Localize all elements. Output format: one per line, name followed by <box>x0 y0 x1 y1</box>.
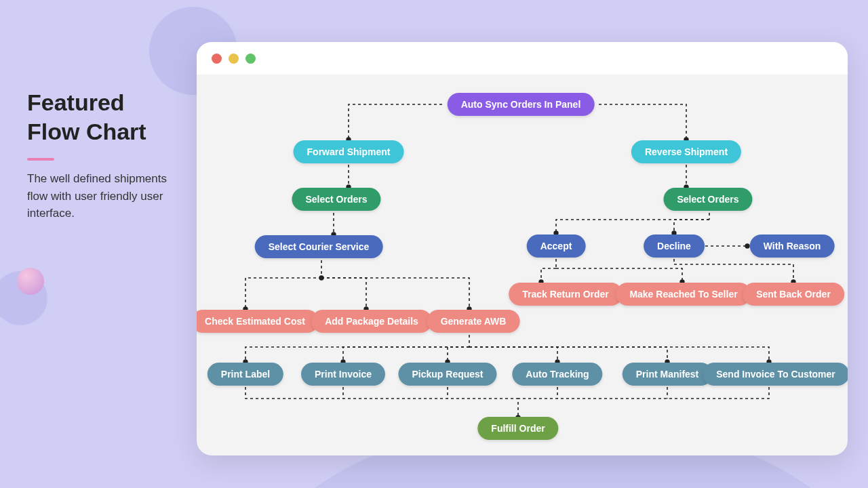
node-print-invoice: Print Invoice <box>301 363 385 386</box>
node-forward-shipment: Forward Shipment <box>294 140 404 163</box>
node-auto-sync: Auto Sync Orders In Panel <box>448 93 595 116</box>
node-send-invoice: Send Invoice To Customer <box>703 363 848 386</box>
node-select-courier: Select Courier Service <box>255 235 383 258</box>
flowchart-window: Auto Sync Orders In Panel Forward Shipme… <box>197 42 848 455</box>
node-accept: Accept <box>527 235 586 258</box>
node-print-manifest: Print Manifest <box>623 363 713 386</box>
node-select-orders-forward: Select Orders <box>292 188 380 211</box>
node-select-orders-reverse: Select Orders <box>663 188 752 211</box>
node-sent-back: Sent Back Order <box>743 283 844 306</box>
node-fulfill-order: Fulfill Order <box>477 417 558 440</box>
title-line-2: Flow Chart <box>27 119 146 144</box>
close-icon[interactable] <box>212 54 222 64</box>
node-auto-tracking: Auto Tracking <box>512 363 602 386</box>
page-description: The well defined shipments flow with use… <box>27 170 170 222</box>
maximize-icon[interactable] <box>245 54 256 64</box>
flowchart-connectors <box>197 75 848 455</box>
page-title: Featured Flow Chart <box>27 88 170 146</box>
window-titlebar <box>197 42 848 75</box>
node-reverse-shipment: Reverse Shipment <box>631 140 741 163</box>
sidebar: Featured Flow Chart The well defined shi… <box>27 88 170 222</box>
node-pickup-request: Pickup Request <box>398 363 496 386</box>
title-underline <box>27 158 54 161</box>
node-track-return: Track Return Order <box>509 283 623 306</box>
node-generate-awb: Generate AWB <box>427 310 520 333</box>
node-decline: Decline <box>644 235 705 258</box>
node-with-reason: With Reason <box>750 235 835 258</box>
bg-sphere <box>17 268 44 295</box>
title-line-1: Featured <box>27 89 125 115</box>
flowchart-canvas: Auto Sync Orders In Panel Forward Shipme… <box>197 75 848 455</box>
minimize-icon[interactable] <box>229 54 239 64</box>
node-check-cost: Check Estimated Cost <box>197 310 319 333</box>
node-make-reached: Make Reached To Seller <box>616 283 751 306</box>
node-print-label: Print Label <box>208 363 283 386</box>
node-add-package: Add Package Details <box>311 310 432 333</box>
